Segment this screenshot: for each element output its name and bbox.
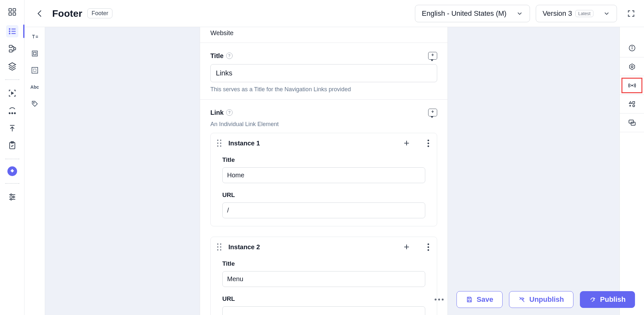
page-title: Footer bbox=[52, 8, 82, 19]
scan-icon[interactable] bbox=[6, 87, 18, 99]
entries-icon[interactable] bbox=[6, 25, 18, 37]
version-select-label: Version 3 bbox=[543, 9, 572, 18]
locale-select[interactable]: English - United States (M) bbox=[415, 5, 530, 22]
link-field-section: Link ? An Individual Link Element In bbox=[200, 99, 447, 315]
svg-rect-1 bbox=[13, 9, 15, 11]
svg-rect-11 bbox=[9, 50, 12, 52]
tag-tool-icon[interactable] bbox=[30, 99, 39, 108]
unpublish-icon bbox=[518, 296, 525, 303]
save-button[interactable]: Save bbox=[457, 291, 503, 308]
version-badge: Latest bbox=[575, 10, 593, 17]
instance-menu-button[interactable] bbox=[428, 243, 429, 251]
svg-rect-41 bbox=[631, 122, 635, 125]
global-field-icon[interactable] bbox=[30, 66, 39, 75]
text-tool-icon[interactable] bbox=[30, 32, 39, 41]
link-hint: An Individual Link Element bbox=[210, 121, 437, 128]
svg-point-39 bbox=[633, 105, 635, 107]
add-instance-button[interactable]: + bbox=[402, 138, 411, 149]
svg-point-33 bbox=[632, 46, 632, 47]
instance-heading: Instance 2 bbox=[228, 243, 395, 251]
title-input[interactable] bbox=[210, 64, 437, 82]
title-field-section: Title ? This serves as a Title for the N… bbox=[200, 43, 447, 99]
instance-menu-button[interactable] bbox=[428, 140, 429, 147]
instance-title-input[interactable] bbox=[222, 271, 425, 287]
chevron-down-icon bbox=[603, 10, 610, 17]
instance-heading: Instance 1 bbox=[228, 140, 395, 147]
description-text: Website bbox=[210, 29, 437, 37]
abc-tool-icon[interactable]: Abc bbox=[30, 83, 39, 92]
shapes-panel-icon[interactable] bbox=[620, 95, 644, 113]
marketplace-icon[interactable] bbox=[7, 166, 17, 176]
back-button[interactable] bbox=[34, 8, 46, 19]
add-instance-button[interactable]: + bbox=[402, 241, 411, 252]
save-button-label: Save bbox=[477, 295, 493, 304]
publish-icon bbox=[589, 296, 596, 303]
instance-url-input[interactable] bbox=[222, 306, 425, 315]
info-panel-icon[interactable] bbox=[620, 39, 644, 57]
help-icon[interactable]: ? bbox=[226, 109, 233, 116]
group-tool-icon[interactable] bbox=[30, 49, 39, 58]
instance-url-input[interactable] bbox=[222, 202, 425, 218]
svg-rect-2 bbox=[9, 13, 11, 15]
more-actions-button[interactable] bbox=[428, 299, 450, 300]
title-field-label: Title bbox=[210, 52, 224, 60]
svg-point-8 bbox=[9, 33, 10, 34]
layers-icon[interactable] bbox=[6, 60, 18, 72]
comment-icon[interactable] bbox=[428, 52, 437, 60]
help-icon[interactable]: ? bbox=[226, 53, 233, 59]
separator bbox=[5, 183, 19, 184]
drag-handle-icon[interactable] bbox=[217, 243, 221, 251]
svg-rect-3 bbox=[13, 13, 15, 15]
link-field-label: Link bbox=[210, 109, 224, 116]
svg-rect-28 bbox=[32, 67, 38, 73]
discussion-panel-icon[interactable] bbox=[620, 113, 644, 132]
drag-handle-icon[interactable] bbox=[217, 140, 221, 147]
page-header: Footer Footer English - United States (M… bbox=[24, 0, 644, 27]
svg-point-36 bbox=[631, 85, 632, 86]
svg-point-22 bbox=[13, 196, 14, 198]
target-panel-icon[interactable] bbox=[620, 57, 644, 76]
comment-icon[interactable] bbox=[428, 109, 437, 116]
svg-point-6 bbox=[9, 31, 10, 32]
instance-title-label: Title bbox=[222, 260, 425, 267]
svg-point-23 bbox=[10, 199, 12, 200]
instance-title-label: Title bbox=[222, 156, 425, 163]
svg-point-21 bbox=[10, 194, 12, 196]
svg-point-30 bbox=[33, 103, 34, 103]
svg-point-15 bbox=[12, 113, 13, 114]
fullscreen-button[interactable] bbox=[625, 7, 638, 20]
instance-title-input[interactable] bbox=[222, 167, 425, 183]
tasks-icon[interactable] bbox=[6, 139, 18, 152]
svg-rect-43 bbox=[468, 300, 470, 302]
svg-marker-34 bbox=[630, 64, 635, 70]
live-panel-icon[interactable] bbox=[620, 76, 644, 95]
action-bar: Save Unpublish Publish bbox=[428, 291, 635, 308]
link-instance-card: Instance 2 + Title URL bbox=[210, 237, 437, 315]
link-instance-card: Instance 1 + Title URL bbox=[210, 133, 437, 226]
automations-icon[interactable] bbox=[6, 104, 18, 117]
editor-canvas: Website Title ? This serves as a Title f… bbox=[45, 27, 644, 315]
unpublish-button[interactable]: Unpublish bbox=[509, 291, 573, 308]
secondary-nav-rail: Abc bbox=[24, 0, 45, 315]
chevron-down-icon bbox=[516, 10, 523, 17]
publish-button[interactable]: Publish bbox=[580, 291, 635, 308]
content-model-icon[interactable] bbox=[6, 43, 18, 55]
locale-select-label: English - United States (M) bbox=[422, 9, 506, 18]
releases-icon[interactable] bbox=[6, 122, 18, 134]
svg-point-4 bbox=[9, 29, 10, 29]
save-icon bbox=[466, 296, 473, 303]
svg-rect-26 bbox=[32, 51, 37, 56]
svg-rect-42 bbox=[468, 297, 470, 299]
instance-url-label: URL bbox=[222, 192, 425, 199]
dashboard-icon[interactable] bbox=[6, 6, 18, 18]
separator bbox=[5, 159, 19, 159]
svg-marker-37 bbox=[629, 102, 632, 103]
content-type-pill: Footer bbox=[87, 8, 112, 18]
content-card: Website Title ? This serves as a Title f… bbox=[200, 27, 448, 315]
svg-point-14 bbox=[9, 113, 10, 114]
inspector-rail bbox=[620, 27, 644, 315]
instance-url-label: URL bbox=[222, 295, 425, 302]
publish-button-label: Publish bbox=[600, 295, 626, 304]
settings-icon[interactable] bbox=[6, 191, 18, 203]
version-select[interactable]: Version 3 Latest bbox=[536, 5, 617, 22]
